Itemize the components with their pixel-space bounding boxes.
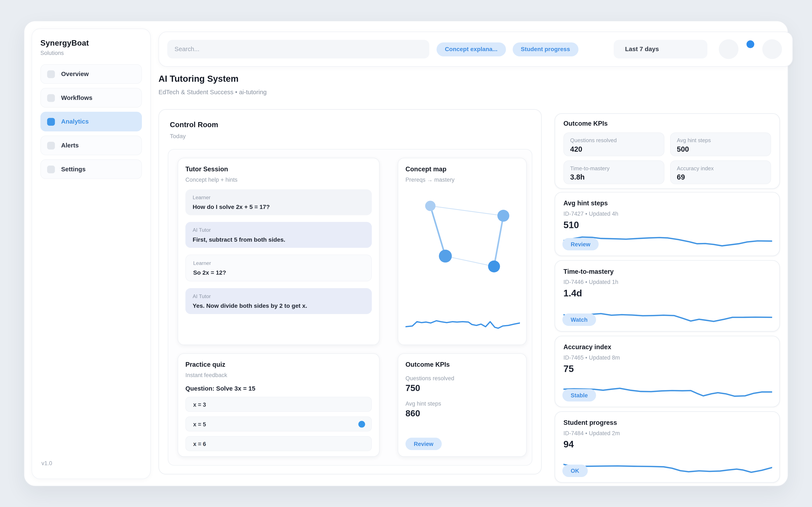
metric-value: 510 [563,220,771,231]
outcome-kpis-title: Outcome KPIs [406,361,519,368]
chat-role: AI Tutor [193,227,364,233]
control-room-panel: Tutor Session Concept help + hints Learn… [168,149,532,466]
kpi-value: 750 [406,383,519,394]
kpi-summary-title: Outcome KPIs [563,120,771,127]
metric-value: 94 [563,439,771,450]
sidebar-item-label: Settings [61,166,86,173]
chat-text: Yes. Now divide both sides by 2 to get x… [193,303,364,309]
page-title: AI Tutoring System [158,74,239,84]
chat-role: Learner [193,194,364,200]
status-badge-review: Review [562,238,599,250]
kpi-tile-questions-resolved: Questions resolved 420 [563,132,664,156]
brand-subtitle: Solutions [40,50,142,56]
metric-title: Student progress [563,419,771,426]
sidebar-item-label: Overview [61,70,89,77]
chat-text: First, subtract 5 from both sides. [193,236,364,242]
notification-dot [747,40,754,48]
metric-title: Time-to-mastery [563,268,771,275]
kpi-tile-value: 500 [677,145,764,153]
metric-card-avg-hint-steps: Avg hint steps ID-7427 • Updated 4h 510 … [555,192,780,256]
review-button[interactable]: Review [406,438,442,450]
chat-message-ai-tutor: AI Tutor Yes. Now divide both sides by 2… [186,288,372,314]
metric-card-student-progress: Student progress ID-7484 • Updated 2m 94… [555,411,780,483]
kpi-label: Avg hint steps [406,400,519,407]
concept-map-title: Concept map [406,166,519,173]
alerts-icon [47,142,55,149]
date-range-button[interactable]: Last 7 days [614,40,707,59]
kpi-tile-avg-hint-steps: Avg hint steps 500 [670,132,771,156]
sidebar-item-label: Alerts [61,142,79,149]
kpi-summary-card: Outcome KPIs Questions resolved 420 Avg … [555,113,780,189]
quiz-option-label: x = 3 [193,401,206,407]
filter-chip-concept-explanation[interactable]: Concept explana... [437,42,506,56]
metric-meta: ID-7465 • Updated 8m [563,354,771,360]
quiz-option-1[interactable]: x = 3 [186,397,372,412]
kpi-tile-value: 69 [677,173,764,181]
app-version: v1.0 [42,460,52,466]
metric-meta: ID-7427 • Updated 4h [563,211,771,217]
quiz-option-label: x = 5 [193,421,206,427]
settings-icon [47,165,55,173]
status-badge-stable: Stable [562,389,596,402]
notification-button[interactable] [741,39,760,59]
sidebar-nav: Overview Workflows Analytics Alerts Sett… [40,64,142,179]
control-room-subtitle: Today [170,133,186,139]
practice-quiz-title: Practice quiz [186,361,372,368]
kpi-tile-label: Avg hint steps [677,137,764,143]
kpi-tile-label: Time-to-mastery [570,165,658,171]
kpi-tile-accuracy-index: Accuracy index 69 [670,160,771,184]
control-room-title: Control Room [170,121,218,129]
brand-name: SynergyBoat [40,38,142,47]
topbar-icon-button-1[interactable] [719,39,739,59]
sidebar-item-analytics[interactable]: Analytics [40,112,142,131]
quiz-option-2-selected[interactable]: x = 5 [186,416,372,431]
kpi-tile-label: Accuracy index [677,165,764,171]
metric-card-accuracy-index: Accuracy index ID-7465 • Updated 8m 75 S… [555,336,780,407]
tutor-session-subtitle: Concept help + hints [186,176,372,182]
concept-map-card: Concept map Prereqs → mastery [398,158,527,345]
metric-card-time-to-mastery: Time-to-mastery ID-7446 • Updated 1h 1.4… [555,260,780,332]
concept-map-subtitle: Prereqs → mastery [406,176,519,182]
quiz-question: Question: Solve 3x = 15 [186,385,372,392]
metric-value: 1.4d [563,288,771,299]
kpi-tile-value: 3.8h [570,173,658,181]
practice-quiz-subtitle: Instant feedback [186,372,372,378]
app-frame: SynergyBoat Solutions Overview Workflows… [24,21,788,486]
kpi-tile-time-to-mastery: Time-to-mastery 3.8h [563,160,664,184]
metric-value: 75 [563,364,771,375]
concept-map-graph [406,189,520,308]
chat-text: So 2x = 12? [193,270,364,276]
chat-role: AI Tutor [193,293,364,299]
workflows-icon [47,94,55,102]
overview-icon [47,70,55,78]
topbar: Concept explana... Student progress Last… [158,32,793,67]
kpi-tiles: Questions resolved 420 Avg hint steps 50… [563,132,771,184]
quiz-option-3[interactable]: x = 6 [186,436,372,451]
sidebar-item-settings[interactable]: Settings [40,159,142,179]
quiz-option-label: x = 6 [193,441,206,447]
kpi-value: 860 [406,409,519,419]
topbar-icon-button-2[interactable] [762,39,782,59]
practice-quiz-card: Practice quiz Instant feedback Question:… [177,353,379,457]
kpi-tile-label: Questions resolved [570,137,658,143]
sidebar-item-workflows[interactable]: Workflows [40,88,142,108]
sidebar-item-label: Analytics [61,118,89,125]
chat-message-learner: Learner How do I solve 2x + 5 = 17? [186,189,372,215]
status-badge-ok: OK [562,464,588,477]
selected-option-indicator [358,420,365,427]
app-viewport: SynergyBoat Solutions Overview Workflows… [0,0,812,507]
sidebar-item-alerts[interactable]: Alerts [40,135,142,155]
control-room-card: Control Room Today Tutor Session Concept… [158,109,542,474]
chat-message-learner: Learner So 2x = 12? [186,255,372,281]
outcome-kpis-card: Outcome KPIs Questions resolved 750 Avg … [398,353,527,457]
chat-role: Learner [193,260,364,266]
filter-chip-student-progress[interactable]: Student progress [513,42,578,56]
metric-title: Accuracy index [563,343,771,351]
tutor-session-title: Tutor Session [186,166,372,173]
metric-sparkline [563,458,772,476]
metric-title: Avg hint steps [563,200,771,207]
search-input[interactable] [167,40,429,59]
sidebar-item-overview[interactable]: Overview [40,64,142,84]
page-subtitle: EdTech & Student Success • ai-tutoring [158,89,267,96]
kpi-label: Questions resolved [406,375,519,381]
